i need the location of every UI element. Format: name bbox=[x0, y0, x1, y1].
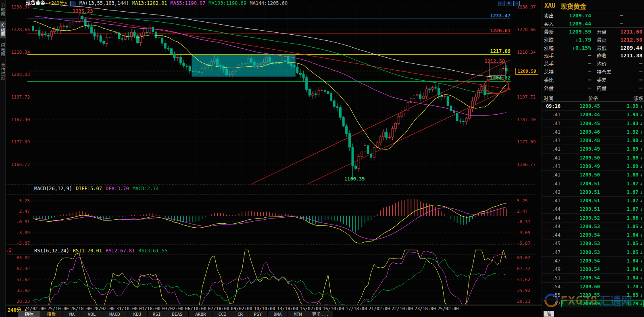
candle-body bbox=[121, 39, 123, 40]
candle-body bbox=[481, 86, 483, 90]
candle-body bbox=[355, 166, 357, 168]
sidebar-tab-1[interactable]: 分时图 bbox=[0, 2, 6, 18]
toolbar-item-ARBR[interactable]: ARBR bbox=[189, 311, 213, 317]
ma144-value: MA144:1205.60 bbox=[250, 0, 288, 6]
tick-row: .411209.441.94↓ bbox=[542, 111, 644, 119]
candle-body bbox=[386, 132, 388, 138]
quote-value: 1209.74 bbox=[562, 13, 591, 19]
toolbar-item-指标[interactable]: 指标 bbox=[18, 311, 40, 317]
macd-title[interactable]: MACD(26,12,9) bbox=[34, 186, 72, 191]
quote-label: 买入 bbox=[542, 20, 562, 27]
tick-price: 1209.51 bbox=[561, 189, 619, 195]
candle-body bbox=[469, 109, 471, 118]
tick-time: .41 bbox=[542, 181, 561, 187]
candle-body bbox=[358, 156, 360, 168]
candle-body bbox=[404, 111, 406, 113]
toolbar-item-MA[interactable]: MA bbox=[63, 311, 81, 317]
sidebar-tab-3[interactable]: 闪电图 bbox=[0, 42, 6, 58]
quote-grid: 卖出1209.74—买入1209.44—最新1209.59开盘1211.60涨跌… bbox=[542, 12, 644, 92]
period-tag[interactable]: <240分> bbox=[48, 0, 67, 6]
sidebar-tab-4[interactable]: 合约资料 bbox=[0, 61, 6, 82]
toolbar-item-BIAS[interactable]: BIAS bbox=[166, 311, 189, 317]
indicator-icon[interactable] bbox=[70, 1, 76, 6]
candle-body bbox=[413, 96, 415, 99]
toolbar-item-CR[interactable]: CR bbox=[232, 311, 248, 317]
tick-time: .44 bbox=[542, 206, 561, 212]
tick-row: .421209.511.87↓ bbox=[542, 188, 644, 197]
candle-body bbox=[90, 27, 92, 33]
down-arrow-icon: ↓ bbox=[638, 275, 644, 281]
candle-body bbox=[447, 97, 449, 106]
quote-value: 1209.44 bbox=[562, 21, 591, 27]
rsi-title[interactable]: RSI(6,12,24) bbox=[34, 248, 69, 254]
quote-row-委比: 委比—委差— bbox=[542, 76, 644, 84]
tick-change: 1.84 bbox=[619, 232, 638, 238]
candle-body bbox=[170, 48, 172, 54]
toolbar-item-VOL[interactable]: VOL bbox=[81, 311, 102, 317]
candle-body bbox=[100, 36, 102, 42]
candle-body bbox=[32, 26, 34, 31]
price-axis-right: 1187.40 bbox=[517, 117, 539, 122]
quote-row-总手: 总手—均价— bbox=[542, 60, 644, 68]
tick-price: 1209.50 bbox=[561, 155, 619, 161]
rsi-axis-right: 51.62 bbox=[517, 277, 539, 282]
quote-row-总持: 总持—持仓差— bbox=[542, 68, 644, 76]
tick-change: 1.90 bbox=[619, 138, 638, 143]
tick-change: 1.84 bbox=[619, 267, 638, 272]
quote-label2: 最低 bbox=[591, 44, 615, 51]
price-axis-left: 1187.40 bbox=[10, 117, 30, 122]
price-axis-right: 1177.09 bbox=[517, 139, 539, 145]
tick-time: .47 bbox=[542, 250, 561, 255]
divider bbox=[542, 93, 644, 93]
candle-body bbox=[379, 137, 381, 143]
quote-row-买入: 买入1209.44— bbox=[542, 20, 644, 28]
rsi-axis-left: 20.23 bbox=[10, 299, 30, 304]
ma13-value: MA13:1202.01 bbox=[132, 0, 167, 6]
tick-time: .41 bbox=[542, 146, 561, 152]
macd-value: MACD:2.74 bbox=[133, 186, 159, 191]
pen-tool-button[interactable]: 笔 bbox=[544, 311, 554, 317]
toolbar-item-更多...[interactable]: 更多... bbox=[308, 311, 333, 317]
candle-body bbox=[388, 137, 390, 137]
quote-value: — bbox=[562, 61, 591, 67]
tick-time: .41 bbox=[542, 164, 561, 169]
tick-price: 1209.55 bbox=[561, 292, 619, 298]
quote-value2: — bbox=[615, 21, 644, 27]
toolbar-item-模板[interactable]: 模板 bbox=[40, 311, 63, 317]
tick-price: 1209.49 bbox=[561, 164, 619, 169]
down-arrow-icon: ↓ bbox=[638, 258, 644, 264]
toolbar-item-CCI[interactable]: CCI bbox=[213, 311, 232, 317]
sidebar-tab-2[interactable]: K线图 bbox=[0, 21, 6, 38]
candle-body bbox=[459, 121, 461, 121]
chart-scale-button-1[interactable]: ⇤ bbox=[498, 1, 504, 6]
quote-value: — bbox=[562, 77, 591, 83]
col-price: 价格 bbox=[563, 94, 623, 101]
candle-body bbox=[94, 33, 96, 36]
rsi-axis-right: 35.92 bbox=[517, 288, 539, 293]
toolbar-item-RSI[interactable]: RSI bbox=[148, 311, 166, 317]
toolbar-item-MACD[interactable]: MACD bbox=[102, 311, 127, 317]
quote-value2: — bbox=[615, 85, 644, 91]
col-time: 时间 bbox=[542, 94, 563, 101]
tick-row: .471209.531.85↓ bbox=[542, 248, 644, 257]
level-label-1226.61: 1226.61 bbox=[477, 28, 511, 34]
toolbar-item-PSY[interactable]: PSY bbox=[248, 311, 268, 317]
rsi2-value: RSI2:67.81 bbox=[106, 248, 135, 254]
indicator-settings-icon[interactable] bbox=[7, 248, 13, 254]
chart-scale-button-3[interactable]: ⇥ bbox=[513, 1, 520, 6]
tick-row: .571209.591.79↓ bbox=[542, 300, 644, 308]
tick-change: 1.88 bbox=[619, 172, 638, 178]
toolbar-item-MTM[interactable]: MTM bbox=[288, 311, 308, 317]
tick-price: 1209.53 bbox=[561, 250, 619, 255]
tick-row: .411209.491.89↓ bbox=[542, 145, 644, 153]
candle-body bbox=[330, 94, 332, 101]
down-arrow-icon: ↓ bbox=[638, 198, 644, 204]
toolbar-item-KDJ[interactable]: KDJ bbox=[127, 311, 148, 317]
toolbar-item-DMA[interactable]: DMA bbox=[268, 311, 288, 317]
candle-body bbox=[395, 123, 397, 128]
price-axis-right: 1238.97 bbox=[517, 4, 539, 10]
chart-scale-button-2[interactable]: ⇅ bbox=[506, 1, 512, 6]
rsi-axis-right: 67.32 bbox=[517, 266, 539, 271]
tick-change: 1.88 bbox=[619, 155, 638, 161]
candle-body bbox=[475, 97, 477, 101]
